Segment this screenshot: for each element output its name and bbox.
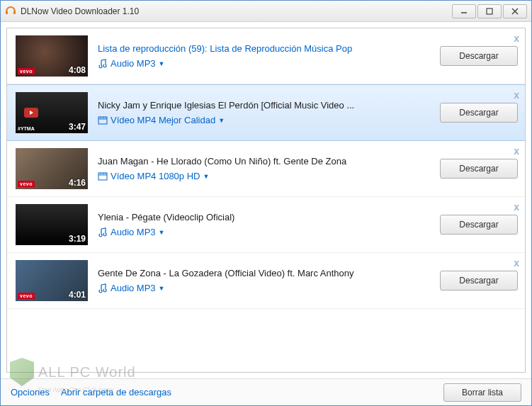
video-title[interactable]: Lista de reproducción (59): Lista de Rep… (98, 43, 433, 54)
list-item[interactable]: vevo 4:16 Juan Magan - He Llorado (Como … (7, 141, 525, 197)
vevo-badge: vevo (18, 68, 35, 74)
download-button[interactable]: Descargar (440, 271, 518, 291)
app-icon (5, 6, 16, 17)
chevron-down-icon: ▼ (159, 285, 165, 292)
list-item[interactable]: vevo 4:01 Gente De Zona - La Gozadera (O… (7, 253, 525, 309)
app-window: DLNow Video Downloader 1.10 vevo 4:08 Li… (0, 0, 532, 406)
content-area: vevo 4:08 Lista de reproducción (59): Li… (1, 22, 531, 378)
video-thumbnail[interactable]: vevo 4:08 (16, 35, 88, 77)
svg-rect-3 (487, 9, 492, 14)
chevron-down-icon: ▼ (159, 229, 165, 236)
remove-item-button[interactable]: x (514, 145, 519, 157)
clear-list-button[interactable]: Borrar lista (443, 383, 521, 402)
open-downloads-folder-link[interactable]: Abrir carpeta de descargas (61, 387, 171, 397)
video-title: Gente De Zona - La Gozadera (Official Vi… (98, 268, 433, 278)
format-selector[interactable]: Audio MP3 ▼ (98, 227, 433, 237)
window-title: DLNow Video Downloader 1.10 (21, 6, 452, 16)
format-label: Vídeo MP4 Mejor Calidad (111, 115, 215, 125)
item-info: Nicky Jam y Enrique Iglesias El Perdón [… (88, 100, 433, 125)
video-duration: 4:08 (69, 65, 86, 75)
remove-item-button[interactable]: x (514, 89, 519, 101)
format-selector[interactable]: Audio MP3 ▼ (98, 283, 433, 293)
titlebar: DLNow Video Downloader 1.10 (1, 1, 531, 22)
svg-rect-1 (13, 11, 16, 14)
video-title: Ylenia - Pégate (Videoclip Oficial) (98, 212, 433, 222)
remove-item-button[interactable]: x (514, 257, 519, 269)
item-info: Ylenia - Pégate (Videoclip Oficial) Audi… (88, 212, 433, 237)
remove-item-button[interactable]: x (514, 201, 519, 213)
list-item[interactable]: #YTMA 3:47 Nicky Jam y Enrique Iglesias … (7, 84, 525, 141)
download-button[interactable]: Descargar (440, 159, 518, 179)
film-icon (98, 115, 108, 125)
music-note-icon (98, 283, 108, 293)
chevron-down-icon: ▼ (218, 117, 225, 124)
ytma-badge: #YTMA (18, 126, 35, 131)
item-info: Gente De Zona - La Gozadera (Official Vi… (88, 268, 433, 293)
minimize-button[interactable] (452, 4, 476, 18)
video-duration: 3:19 (69, 234, 86, 244)
maximize-button[interactable] (477, 4, 502, 18)
format-label: Audio MP3 (111, 227, 156, 237)
chevron-down-icon: ▼ (159, 60, 165, 67)
music-note-icon (98, 227, 108, 237)
format-label: Audio MP3 (111, 58, 156, 69)
format-selector[interactable]: Vídeo MP4 1080p HD ▼ (98, 171, 433, 181)
video-thumbnail[interactable]: vevo 4:01 (16, 260, 88, 301)
format-label: Audio MP3 (111, 283, 156, 293)
item-info: Lista de reproducción (59): Lista de Rep… (88, 43, 433, 69)
video-duration: 4:16 (69, 178, 86, 188)
video-thumbnail[interactable]: 3:19 (16, 204, 88, 245)
format-selector[interactable]: Audio MP3 ▼ (98, 58, 433, 69)
video-duration: 4:01 (69, 290, 86, 300)
video-title: Juan Magan - He Llorado (Como Un Niño) f… (98, 156, 433, 167)
video-thumbnail[interactable]: #YTMA 3:47 (16, 92, 88, 133)
download-button[interactable]: Descargar (440, 215, 518, 235)
chevron-down-icon: ▼ (203, 173, 209, 180)
close-button[interactable] (503, 4, 527, 18)
download-list: vevo 4:08 Lista de reproducción (59): Li… (6, 28, 526, 373)
music-note-icon (98, 59, 108, 69)
play-icon (24, 108, 38, 118)
options-link[interactable]: Opciones (11, 387, 50, 397)
window-controls (452, 4, 527, 18)
download-button[interactable]: Descargar (440, 103, 518, 123)
svg-rect-0 (6, 11, 8, 14)
download-button[interactable]: Descargar (440, 46, 518, 66)
remove-item-button[interactable]: x (514, 33, 519, 44)
vevo-badge: vevo (18, 181, 35, 187)
footer: Opciones Abrir carpeta de descargas Borr… (1, 378, 531, 405)
format-selector[interactable]: Vídeo MP4 Mejor Calidad ▼ (98, 115, 433, 125)
film-icon (98, 171, 108, 181)
video-duration: 3:47 (69, 122, 86, 132)
video-title: Nicky Jam y Enrique Iglesias El Perdón [… (98, 100, 433, 111)
video-thumbnail[interactable]: vevo 4:16 (16, 148, 88, 189)
list-item[interactable]: 3:19 Ylenia - Pégate (Videoclip Oficial)… (7, 197, 525, 253)
item-info: Juan Magan - He Llorado (Como Un Niño) f… (88, 156, 433, 181)
format-label: Vídeo MP4 1080p HD (111, 171, 200, 181)
list-item[interactable]: vevo 4:08 Lista de reproducción (59): Li… (7, 28, 525, 84)
vevo-badge: vevo (18, 293, 35, 299)
